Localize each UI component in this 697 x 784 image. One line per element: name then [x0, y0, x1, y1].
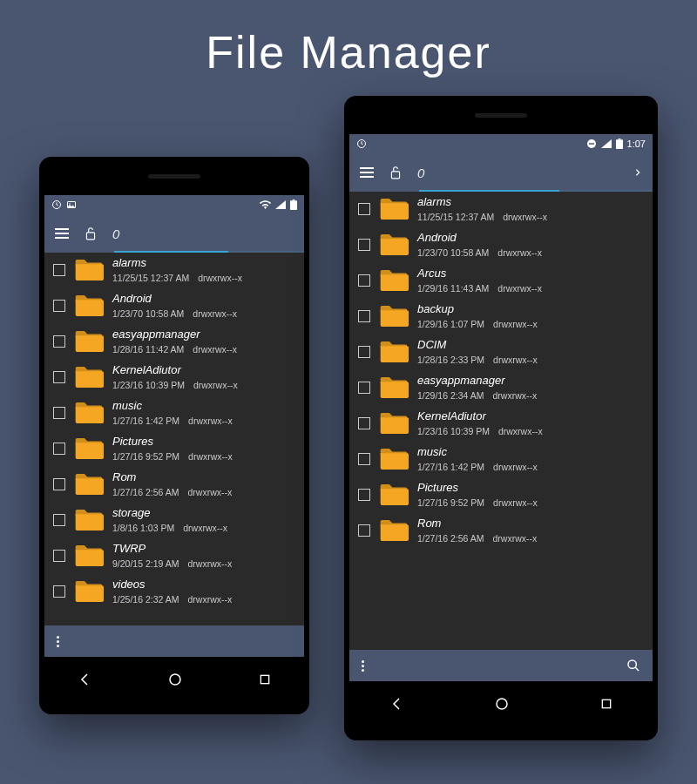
folder-icon — [74, 436, 104, 461]
checkbox[interactable] — [358, 239, 370, 251]
checkbox[interactable] — [53, 407, 65, 419]
svg-rect-3 — [290, 200, 297, 210]
file-list[interactable]: alarms11/25/15 12:37 AMdrwxrwx--xAndroid… — [44, 253, 304, 625]
folder-icon — [379, 268, 409, 293]
file-row[interactable]: alarms11/25/15 12:37 AMdrwxrwx--x — [44, 253, 304, 288]
file-row[interactable]: backup1/29/16 1:07 PMdrwxrwx--x — [349, 299, 653, 335]
file-name: alarms — [417, 195, 644, 208]
folder-icon — [379, 518, 409, 543]
folder-icon — [379, 375, 409, 400]
checkbox[interactable] — [53, 335, 65, 348]
dnd-icon — [586, 139, 597, 149]
checkbox[interactable] — [358, 489, 370, 501]
file-meta: 1/27/16 1:42 PMdrwxrwx--x — [112, 416, 295, 426]
checkbox[interactable] — [53, 371, 65, 383]
file-name: Arcus — [417, 267, 644, 280]
file-text: KernelAdiutor1/23/16 10:39 PMdrwxrwx--x — [112, 363, 295, 390]
status-bar — [44, 195, 304, 214]
file-row[interactable]: Pictures1/27/16 9:52 PMdrwxrwx--x — [44, 431, 304, 467]
checkbox[interactable] — [358, 524, 370, 537]
file-meta: 1/8/16 1:03 PMdrwxrwx--x — [112, 523, 295, 533]
checkbox[interactable] — [53, 300, 65, 312]
checkbox[interactable] — [358, 346, 370, 358]
file-row[interactable]: Arcus1/29/16 11:43 AMdrwxrwx--x — [349, 263, 653, 299]
checkbox[interactable] — [358, 203, 370, 215]
checkbox[interactable] — [53, 585, 65, 598]
checkbox[interactable] — [53, 264, 65, 276]
menu-icon[interactable] — [360, 167, 374, 178]
file-row[interactable]: Rom1/27/16 2:56 AMdrwxrwx--x — [349, 513, 653, 549]
back-button[interactable] — [371, 689, 422, 719]
file-row[interactable]: storage1/8/16 1:03 PMdrwxrwx--x — [44, 503, 304, 538]
signal-icon — [275, 200, 286, 209]
home-button[interactable] — [477, 689, 527, 719]
file-name: KernelAdiutor — [112, 363, 295, 376]
path-label: 0 — [112, 226, 119, 241]
file-text: alarms11/25/15 12:37 AMdrwxrwx--x — [417, 195, 644, 222]
folder-icon — [74, 258, 104, 282]
file-name: Android — [112, 292, 295, 305]
file-name: videos — [112, 578, 295, 591]
checkbox[interactable] — [358, 453, 370, 465]
file-meta: 1/27/16 2:56 AMdrwxrwx--x — [417, 533, 644, 544]
file-row[interactable]: Android1/23/70 10:58 AMdrwxrwx--x — [44, 288, 304, 324]
file-text: Pictures1/27/16 9:52 PMdrwxrwx--x — [112, 435, 295, 462]
menu-icon[interactable] — [55, 228, 69, 239]
file-meta: 1/25/16 2:32 AMdrwxrwx--x — [112, 594, 295, 605]
checkbox[interactable] — [53, 443, 65, 455]
folder-icon — [74, 294, 104, 318]
checkbox[interactable] — [358, 310, 370, 322]
page-title: File Manager — [0, 0, 697, 96]
file-meta: 1/29/16 11:43 AMdrwxrwx--x — [417, 283, 644, 294]
checkbox[interactable] — [358, 274, 370, 287]
file-meta: 1/27/16 9:52 PMdrwxrwx--x — [417, 497, 644, 508]
svg-rect-11 — [616, 139, 623, 149]
file-name: Android — [417, 231, 644, 244]
file-row[interactable]: music1/27/16 1:42 PMdrwxrwx--x — [349, 442, 653, 477]
clock-icon — [51, 199, 62, 210]
file-text: Arcus1/29/16 11:43 AMdrwxrwx--x — [417, 267, 644, 294]
file-row[interactable]: easyappmanager1/29/16 2:34 AMdrwxrwx--x — [349, 370, 653, 406]
checkbox[interactable] — [53, 550, 65, 562]
file-row[interactable]: KernelAdiutor1/23/16 10:39 PMdrwxrwx--x — [44, 360, 304, 395]
recents-button[interactable] — [240, 666, 289, 693]
search-icon[interactable] — [626, 659, 640, 672]
back-button[interactable] — [59, 665, 110, 694]
phone-screen: 0 alarms11/25/15 12:37 AMdrwxrwx--xAndro… — [44, 195, 304, 657]
android-nav-bar — [344, 681, 658, 727]
file-text: videos1/25/16 2:32 AMdrwxrwx--x — [112, 578, 295, 605]
svg-rect-4 — [293, 199, 295, 200]
file-row[interactable]: videos1/25/16 2:32 AMdrwxrwx--x — [44, 574, 304, 610]
lock-icon[interactable] — [389, 166, 402, 179]
file-row[interactable]: KernelAdiutor1/23/16 10:39 PMdrwxrwx--x — [349, 406, 653, 442]
file-row[interactable]: alarms11/25/15 12:37 AMdrwxrwx--x — [349, 192, 653, 227]
path-label: 0 — [417, 166, 424, 180]
chevron-right-icon[interactable] — [633, 166, 642, 179]
checkbox[interactable] — [358, 417, 370, 429]
storage-progress — [419, 190, 653, 192]
file-meta: 1/23/70 10:58 AMdrwxrwx--x — [417, 247, 644, 258]
checkbox[interactable] — [53, 478, 65, 490]
overflow-menu-icon[interactable] — [362, 660, 364, 672]
file-row[interactable]: TWRP9/20/15 2:19 AMdrwxrwx--x — [44, 538, 304, 574]
file-list[interactable]: alarms11/25/15 12:37 AMdrwxrwx--xAndroid… — [349, 192, 653, 650]
image-icon — [66, 199, 77, 210]
checkbox[interactable] — [358, 382, 370, 394]
file-row[interactable]: Android1/23/70 10:58 AMdrwxrwx--x — [349, 227, 653, 263]
file-row[interactable]: Rom1/27/16 2:56 AMdrwxrwx--x — [44, 467, 304, 503]
folder-icon — [379, 340, 409, 364]
file-row[interactable]: DCIM1/28/16 2:33 PMdrwxrwx--x — [349, 335, 653, 370]
file-row[interactable]: easyappmanager1/28/16 11:42 AMdrwxrwx--x — [44, 324, 304, 360]
file-name: storage — [112, 506, 295, 519]
recents-button[interactable] — [582, 690, 631, 718]
checkbox[interactable] — [53, 514, 65, 526]
overflow-menu-icon[interactable] — [57, 636, 59, 647]
folder-icon — [74, 329, 104, 354]
lock-icon[interactable] — [85, 226, 97, 240]
svg-rect-16 — [602, 700, 610, 707]
file-text: music1/27/16 1:42 PMdrwxrwx--x — [417, 445, 644, 472]
home-button[interactable] — [150, 665, 200, 694]
file-row[interactable]: Pictures1/27/16 9:52 PMdrwxrwx--x — [349, 477, 653, 513]
file-row[interactable]: music1/27/16 1:42 PMdrwxrwx--x — [44, 395, 304, 431]
file-meta: 1/28/16 2:33 PMdrwxrwx--x — [417, 355, 644, 365]
